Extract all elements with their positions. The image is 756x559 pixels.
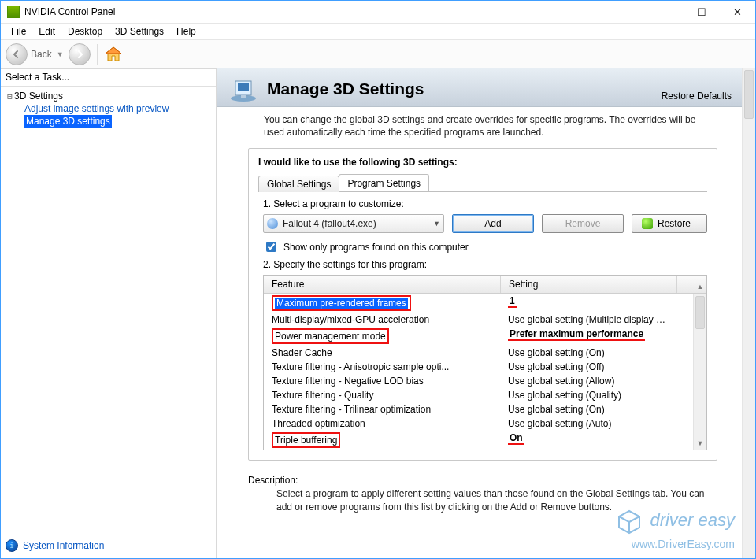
table-row[interactable]: Texture filtering - QualityUse global se… (264, 388, 706, 402)
forward-button[interactable] (69, 43, 91, 65)
table-row[interactable]: Multi-display/mixed-GPU accelerationUse … (264, 313, 706, 327)
page-header-icon (228, 75, 259, 103)
show-only-checkbox[interactable] (266, 242, 276, 252)
scrollbar-thumb[interactable] (695, 296, 705, 329)
chevron-down-icon: ▼ (433, 220, 440, 228)
table-scrollbar[interactable]: ▲ ▼ (693, 294, 706, 450)
restore-button[interactable]: Restore (632, 214, 707, 233)
table-row[interactable]: Triple bufferingOn (264, 431, 706, 450)
main-pane: Manage 3D Settings Restore Defaults You … (217, 68, 755, 558)
menubar: File Edit Desktop 3D Settings Help (1, 24, 755, 40)
panel-lead: I would like to use the following 3D set… (258, 157, 707, 168)
minimize-button[interactable]: — (648, 1, 684, 23)
task-tree[interactable]: ⊟3D Settings Adjust image settings with … (1, 87, 216, 535)
task-sidebar: Select a Task... ⊟3D Settings Adjust ima… (1, 68, 217, 558)
restore-defaults-link[interactable]: Restore Defaults (662, 91, 732, 102)
description-section: Description: Select a program to apply d… (217, 470, 743, 513)
app-window: NVIDIA Control Panel — ☐ ✕ File Edit Des… (0, 0, 756, 559)
toolbar: Back ▼ (1, 40, 755, 69)
table-row[interactable]: Shader CacheUse global setting (On) (264, 346, 706, 360)
step1-label: 1. Select a program to customize: (263, 198, 707, 209)
restore-icon (642, 218, 653, 229)
tree-item-manage-3d-settings[interactable]: Manage 3D settings (6, 115, 211, 128)
table-row[interactable]: Texture filtering - Trilinear optimizati… (264, 402, 706, 416)
settings-panel: I would like to use the following 3D set… (248, 148, 717, 461)
home-icon[interactable] (104, 46, 123, 63)
program-icon (267, 218, 278, 229)
system-information-link[interactable]: i System Information (1, 535, 216, 558)
col-setting[interactable]: Setting (501, 276, 677, 293)
program-select-value: Fallout 4 (fallout4.exe) (283, 218, 433, 229)
maximize-button[interactable]: ☐ (684, 1, 719, 23)
back-dropdown-icon[interactable]: ▼ (57, 50, 64, 58)
back-label: Back (31, 49, 52, 60)
table-row[interactable]: Power management modePrefer maximum perf… (264, 327, 706, 346)
table-row[interactable]: Texture filtering - Anisotropic sample o… (264, 360, 706, 374)
add-button[interactable]: Add (452, 214, 534, 233)
page-title: Manage 3D Settings (267, 80, 424, 98)
program-select[interactable]: Fallout 4 (fallout4.exe) ▼ (263, 214, 444, 233)
table-header: Feature Setting (264, 276, 706, 294)
page-scrollbar[interactable] (742, 68, 755, 558)
svg-rect-5 (241, 95, 246, 98)
table-row[interactable]: Threaded optimizationUse global setting … (264, 416, 706, 431)
settings-table: Feature Setting Maximum pre-rendered fra… (263, 275, 707, 450)
menu-edit[interactable]: Edit (33, 24, 61, 39)
table-row[interactable]: Texture filtering - Negative LOD biasUse… (264, 374, 706, 388)
menu-help[interactable]: Help (171, 24, 202, 39)
nvidia-icon (7, 6, 20, 18)
show-only-label: Show only programs found on this compute… (284, 242, 469, 253)
close-button[interactable]: ✕ (719, 1, 755, 23)
window-title: NVIDIA Control Panel (24, 6, 115, 17)
menu-file[interactable]: File (6, 24, 32, 39)
menu-3d-settings[interactable]: 3D Settings (109, 24, 169, 39)
info-icon: i (6, 539, 18, 552)
description-header: Description: (248, 475, 717, 486)
description-text: Select a program to apply different sett… (248, 487, 717, 513)
tab-program-settings[interactable]: Program Settings (339, 174, 429, 191)
tree-root-3d-settings[interactable]: ⊟3D Settings (6, 90, 211, 102)
remove-button: Remove (542, 214, 624, 233)
select-task-header: Select a Task... (1, 68, 216, 87)
tab-global-settings[interactable]: Global Settings (258, 176, 339, 192)
tree-item-adjust-image-settings[interactable]: Adjust image settings with preview (6, 102, 211, 115)
menu-desktop[interactable]: Desktop (62, 24, 108, 39)
svg-rect-4 (238, 83, 249, 91)
back-button[interactable] (6, 43, 28, 65)
step2-label: 2. Specify the settings for this program… (263, 259, 707, 270)
tabs: Global Settings Program Settings (258, 174, 707, 192)
titlebar: NVIDIA Control Panel — ☐ ✕ (1, 1, 755, 24)
col-feature[interactable]: Feature (264, 276, 501, 293)
page-scrollbar-thumb[interactable] (744, 70, 754, 119)
intro-text: You can change the global 3D settings an… (217, 107, 743, 148)
page-header: Manage 3D Settings Restore Defaults (217, 68, 743, 107)
svg-marker-1 (106, 47, 121, 54)
table-row[interactable]: Maximum pre-rendered frames1 (264, 294, 706, 313)
system-information-label: System Information (23, 540, 104, 551)
